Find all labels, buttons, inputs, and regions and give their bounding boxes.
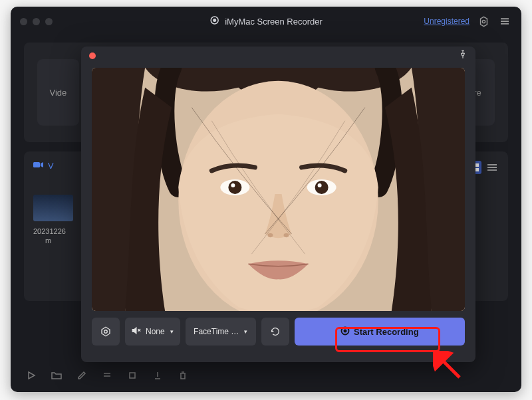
tool-icon-3[interactable] <box>150 368 165 383</box>
start-recording-label: Start Recording <box>354 327 419 337</box>
delete-icon[interactable] <box>176 368 190 383</box>
modal-toolbar: None ▾ FaceTime … ▾ Start Recording <box>81 316 475 356</box>
record-icon <box>340 326 350 338</box>
svg-point-3 <box>482 20 485 23</box>
start-recording-button[interactable]: Start Recording <box>295 318 465 346</box>
section-label: V <box>48 161 54 171</box>
menu-button[interactable] <box>497 14 512 29</box>
svg-point-29 <box>284 233 289 237</box>
mode-item-video[interactable]: Vide <box>37 59 79 126</box>
unregistered-link[interactable]: Unregistered <box>424 17 469 26</box>
list-view-button[interactable] <box>485 161 499 174</box>
camera-source-dropdown[interactable]: FaceTime … ▾ <box>186 318 256 346</box>
svg-marker-30 <box>102 327 110 336</box>
reset-button[interactable] <box>261 318 289 346</box>
recording-thumbnail[interactable] <box>33 195 73 221</box>
bottom-toolbar <box>11 359 521 392</box>
chevron-down-icon: ▾ <box>244 328 247 335</box>
svg-point-24 <box>231 183 235 187</box>
svg-point-23 <box>228 181 241 194</box>
pin-icon[interactable] <box>458 50 467 62</box>
app-title: iMyMac Screen Recorder <box>209 15 323 27</box>
svg-point-28 <box>267 233 273 237</box>
maximize-window-button[interactable] <box>45 18 53 25</box>
modal-header <box>81 47 475 65</box>
mute-icon <box>132 326 142 338</box>
titlebar-right: Unregistered <box>424 14 512 29</box>
audio-source-dropdown[interactable]: None ▾ <box>125 318 180 346</box>
webcam-recording-modal: None ▾ FaceTime … ▾ Start Recording <box>81 47 475 362</box>
modal-close-button[interactable] <box>89 52 96 59</box>
svg-rect-7 <box>33 162 40 167</box>
chevron-down-icon: ▾ <box>170 328 174 335</box>
minimize-window-button[interactable] <box>33 18 40 25</box>
play-icon[interactable] <box>24 368 39 383</box>
settings-button[interactable] <box>476 14 491 29</box>
svg-rect-17 <box>130 373 135 378</box>
svg-rect-9 <box>475 163 479 167</box>
tool-icon-2[interactable] <box>125 368 140 383</box>
svg-rect-11 <box>475 168 479 171</box>
modal-settings-button[interactable] <box>92 318 120 346</box>
app-title-text: iMyMac Screen Recorder <box>225 17 323 27</box>
camera-preview <box>92 68 465 311</box>
svg-point-31 <box>104 330 108 334</box>
svg-marker-2 <box>480 17 487 26</box>
svg-point-35 <box>344 329 347 332</box>
app-window: iMyMac Screen Recorder Unregistered Vide… <box>11 7 521 392</box>
folder-icon[interactable] <box>49 368 64 383</box>
edit-icon[interactable] <box>74 368 89 383</box>
svg-point-26 <box>315 181 329 194</box>
record-ring-icon <box>209 15 219 27</box>
camera-icon <box>33 161 44 171</box>
traffic-lights <box>20 18 53 25</box>
svg-point-27 <box>318 183 322 187</box>
audio-label: None <box>146 327 165 336</box>
titlebar: iMyMac Screen Recorder Unregistered <box>11 7 521 36</box>
tool-icon-1[interactable] <box>100 368 114 383</box>
face-placeholder-image <box>92 68 465 311</box>
close-window-button[interactable] <box>20 18 27 25</box>
camera-label: FaceTime … <box>194 327 239 336</box>
svg-point-1 <box>213 19 216 22</box>
